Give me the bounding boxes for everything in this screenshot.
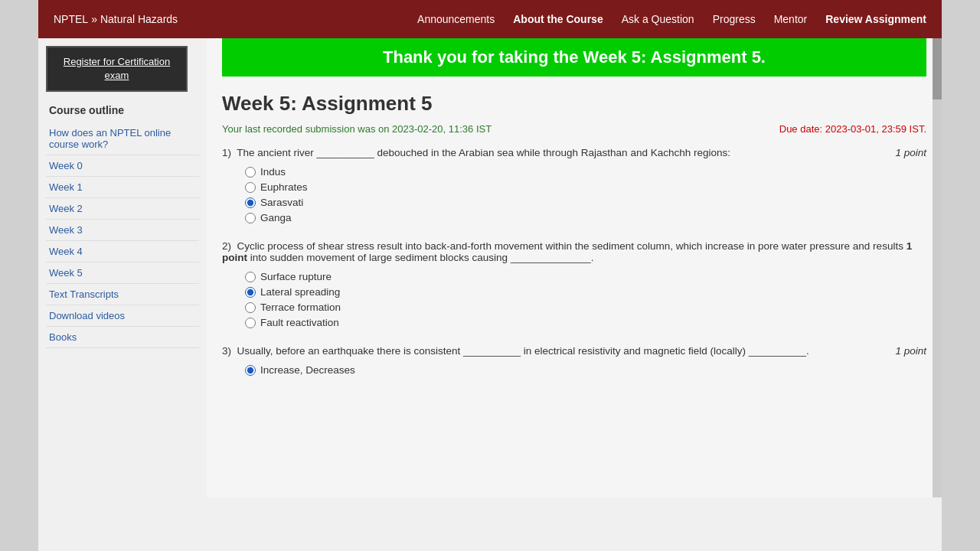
sidebar-item-week4[interactable]: Week 4: [46, 241, 199, 262]
nav-announcements[interactable]: Announcements: [417, 13, 495, 25]
option-indus[interactable]: Indus: [245, 166, 926, 178]
nav-links: Announcements About the Course Ask a Que…: [417, 13, 926, 25]
submission-info: Your last recorded submission was on 202…: [222, 123, 926, 135]
sidebar-item-download-videos[interactable]: Download videos: [46, 305, 199, 327]
scrollbar-track: [933, 38, 942, 497]
question-1-content: 1) The ancient river __________ debouche…: [222, 147, 887, 158]
sidebar-item-week0[interactable]: Week 0: [46, 155, 199, 177]
due-date: Due date: 2023-03-01, 23:59 IST.: [779, 123, 926, 135]
sidebar-item-books[interactable]: Books: [46, 327, 199, 348]
nav-mentor[interactable]: Mentor: [774, 13, 808, 25]
radio-sarasvati[interactable]: [245, 197, 256, 208]
question-2: 2) Cyclic process of shear stress result…: [222, 240, 926, 328]
question-2-text: 2) Cyclic process of shear stress result…: [222, 240, 926, 263]
question-1-text: 1) The ancient river __________ debouche…: [222, 147, 926, 158]
register-certification-button[interactable]: Register for Certification exam: [46, 46, 188, 92]
radio-terrace-formation[interactable]: [245, 302, 256, 313]
success-banner: Thank you for taking the Week 5: Assignm…: [222, 38, 926, 77]
radio-ganga[interactable]: [245, 213, 256, 223]
breadcrumb-separator: »: [91, 13, 97, 25]
nav-progress[interactable]: Progress: [713, 13, 756, 25]
option-ganga[interactable]: Ganga: [245, 212, 926, 223]
option-fault-reactivation[interactable]: Fault reactivation: [245, 317, 926, 328]
scrollbar-thumb[interactable]: [933, 38, 942, 99]
radio-indus[interactable]: [245, 167, 256, 178]
nav-ask-question[interactable]: Ask a Question: [622, 13, 694, 25]
sidebar-item-week3[interactable]: Week 3: [46, 220, 199, 241]
question-3-points: 1 point: [895, 345, 926, 357]
sidebar-item-week5[interactable]: Week 5: [46, 262, 199, 284]
option-lateral-spreading[interactable]: Lateral spreading: [245, 286, 926, 298]
option-surface-rupture[interactable]: Surface rupture: [245, 271, 926, 282]
sidebar-item-week1[interactable]: Week 1: [46, 177, 199, 198]
question-2-options: Surface rupture Lateral spreading Terrac…: [245, 271, 926, 328]
radio-surface-rupture[interactable]: [245, 272, 256, 282]
sidebar: Register for Certification exam Course o…: [38, 38, 207, 497]
radio-fault-reactivation[interactable]: [245, 318, 256, 328]
register-btn-line2: exam: [105, 70, 129, 81]
radio-lateral-spreading[interactable]: [245, 287, 256, 298]
question-1-points: 1 point: [895, 147, 926, 158]
question-1-options: Indus Euphrates Sarasvati Ganga: [245, 166, 926, 223]
question-2-content: 2) Cyclic process of shear stress result…: [222, 240, 926, 263]
sidebar-item-week2[interactable]: Week 2: [46, 198, 199, 220]
content-area: Register for Certification exam Course o…: [38, 38, 942, 497]
radio-increase-decreases[interactable]: [245, 365, 256, 376]
question-3-options: Increase, Decreases: [245, 364, 926, 376]
option-increase-decreases[interactable]: Increase, Decreases: [245, 364, 926, 376]
question-3: 3) Usually, before an earthquake there i…: [222, 345, 926, 376]
register-btn-line1: Register for Certification: [64, 56, 170, 67]
breadcrumb-home[interactable]: NPTEL: [54, 13, 88, 25]
submission-date: Your last recorded submission was on 202…: [222, 123, 492, 135]
radio-euphrates[interactable]: [245, 182, 256, 193]
option-terrace-formation[interactable]: Terrace formation: [245, 302, 926, 313]
option-sarasvati[interactable]: Sarasvati: [245, 197, 926, 208]
sidebar-item-text-transcripts[interactable]: Text Transcripts: [46, 284, 199, 305]
breadcrumb-course[interactable]: Natural Hazards: [100, 13, 178, 25]
nav-review-assignment[interactable]: Review Assignment: [825, 13, 926, 25]
main-content: Thank you for taking the Week 5: Assignm…: [207, 38, 942, 497]
question-3-content: 3) Usually, before an earthquake there i…: [222, 345, 887, 357]
question-3-text: 3) Usually, before an earthquake there i…: [222, 345, 926, 357]
option-euphrates[interactable]: Euphrates: [245, 181, 926, 193]
sidebar-item-how-nptel[interactable]: How does an NPTEL online course work?: [46, 122, 199, 155]
question-1: 1) The ancient river __________ debouche…: [222, 147, 926, 223]
breadcrumb: NPTEL » Natural Hazards: [54, 13, 178, 25]
assignment-title: Week 5: Assignment 5: [222, 92, 926, 116]
nav-bar: NPTEL » Natural Hazards Announcements Ab…: [38, 0, 942, 38]
course-outline-title: Course outline: [46, 104, 199, 116]
nav-about-course[interactable]: About the Course: [513, 13, 603, 25]
